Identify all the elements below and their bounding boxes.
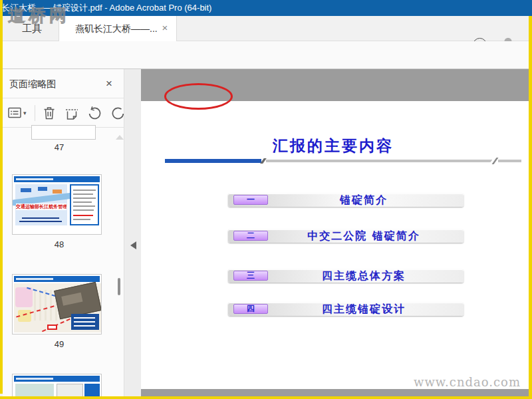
frame-border-bottom: [0, 396, 532, 399]
agenda-item-1-badge: 一: [233, 195, 268, 205]
thumbnail-48-label: 48: [3, 239, 116, 249]
collapse-panel-icon[interactable]: [130, 241, 136, 249]
agenda-item-2: 二 中交二公院 锚碇简介: [228, 229, 464, 243]
thumbnail-options-caret-icon[interactable]: ▾: [23, 105, 27, 121]
thumbnail-options-icon[interactable]: [7, 105, 23, 121]
thumbnails-panel-header: 页面缩略图 ×: [3, 69, 124, 98]
panel-divider: [124, 69, 141, 397]
document-view: 汇报的主要内容 一 锚碇简介 二 中交二公院 锚碇简介 三 四主缆总体方案 四 …: [141, 69, 529, 397]
site-watermark-bottomright: www.cndao.com: [414, 375, 521, 389]
tab-tools-label: 工具: [22, 23, 42, 34]
agenda-item-1-label: 锚碇简介: [269, 194, 458, 207]
thumbnails-toolbar: ▾: [3, 98, 124, 128]
tab-tools[interactable]: 工具: [5, 16, 59, 41]
close-tab-icon[interactable]: ×: [159, 22, 171, 34]
agenda-item-3: 三 四主缆总体方案: [228, 269, 464, 283]
window-title: 长江大桥——锚碇设计.pdf - Adobe Acrobat Pro (64-b…: [1, 0, 211, 16]
rotate-clockwise-icon[interactable]: [110, 105, 124, 121]
thumb49-title-bar: [14, 276, 100, 282]
heading-rule-gray: [266, 160, 492, 162]
thumbnails-panel-title: 页面缩略图: [9, 69, 56, 98]
frame-border-left: [0, 0, 3, 394]
extract-pages-icon[interactable]: [64, 105, 80, 121]
thumb50-title-bar: [14, 376, 100, 382]
agenda-item-3-label: 四主缆总体方案: [269, 269, 458, 283]
thumbnail-48[interactable]: 交通运输部长江航务管理局: [12, 174, 102, 235]
frame-border-right: [529, 16, 532, 399]
thumbnail-47-label: 47: [3, 142, 116, 152]
tab-document[interactable]: 燕矶长江大桥——... ×: [59, 16, 177, 41]
tab-bar: 工具 燕矶长江大桥——... × ?: [0, 16, 532, 41]
slide-heading: 汇报的主要内容: [141, 136, 525, 156]
thumbnail-49[interactable]: [12, 274, 102, 334]
thumbnails-scrollbar[interactable]: [118, 278, 120, 295]
heading-rule-blue: [165, 159, 261, 163]
thumb48-title-bar: [14, 176, 100, 182]
main-toolbar: ☆: [0, 41, 532, 69]
agenda-item-4-badge: 四: [233, 304, 268, 314]
acrobat-window: 长江大桥——锚碇设计.pdf - Adobe Acrobat Pro (64-b…: [0, 0, 532, 399]
agenda-item-3-badge: 三: [233, 271, 268, 281]
thumbnail-50-partial[interactable]: [12, 374, 102, 397]
delete-pages-trash-icon[interactable]: [41, 105, 57, 121]
thumb49-map: [14, 283, 101, 332]
tab-document-label: 燕矶长江大桥——...: [75, 16, 158, 41]
scroll-up-arrow-icon[interactable]: [116, 135, 124, 140]
agenda-item-4-label: 四主缆锚碇设计: [269, 303, 458, 316]
thumb48-text-box: [70, 184, 99, 225]
thumbnails-panel: 页面缩略图 × ▾: [3, 69, 124, 397]
agenda-item-2-label: 中交二公院 锚碇简介: [269, 229, 458, 243]
agenda-item-2-badge: 二: [233, 231, 268, 241]
close-panel-icon[interactable]: ×: [102, 77, 116, 90]
agenda-item-4: 四 四主缆锚碇设计: [228, 303, 464, 316]
thumbnail-49-label: 49: [3, 339, 116, 349]
rotate-counterclockwise-icon[interactable]: [86, 105, 102, 121]
thumb49-legend: [71, 314, 99, 330]
title-bar: 长江大桥——锚碇设计.pdf - Adobe Acrobat Pro (64-b…: [0, 0, 532, 16]
thumbnail-47[interactable]: [31, 125, 96, 140]
pdf-page[interactable]: 汇报的主要内容 一 锚碇简介 二 中交二公院 锚碇简介 三 四主缆总体方案 四 …: [141, 101, 529, 389]
thumb48-red-text: 交通运输部长江航务管理局: [16, 203, 66, 210]
panel-toolbar-separator: [35, 105, 35, 121]
agenda-item-1: 一 锚碇简介: [228, 194, 464, 207]
